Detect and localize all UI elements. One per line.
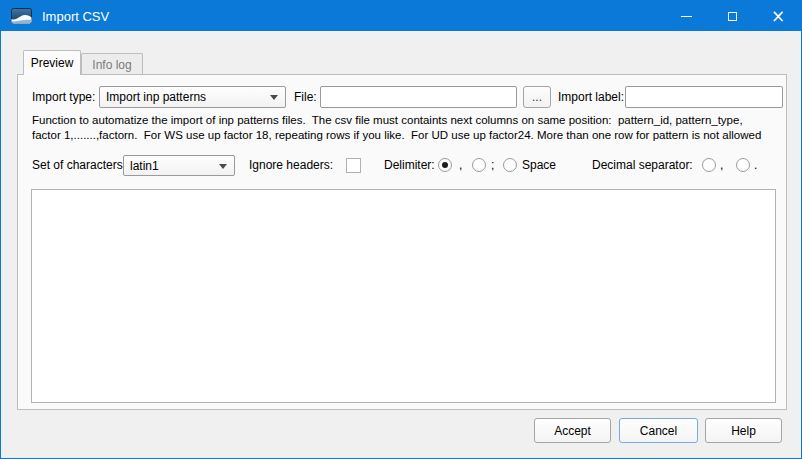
tab-preview-label: Preview: [31, 56, 74, 70]
preview-tab-pane: Import type: Import inp patterns File: .…: [17, 74, 787, 410]
import-label-label: Import label:: [558, 86, 624, 108]
charset-combobox[interactable]: latin1: [123, 155, 235, 176]
import-csv-dialog: Import CSV × Preview Info log Import typ…: [0, 0, 802, 459]
window-title: Import CSV: [42, 9, 109, 24]
ignore-headers-checkbox[interactable]: [346, 158, 361, 173]
minimize-button[interactable]: [663, 1, 709, 31]
file-input[interactable]: [320, 86, 517, 108]
charset-selected-value: latin1: [130, 159, 159, 173]
decimal-period-label: .: [754, 154, 757, 176]
app-logo-icon: [11, 8, 32, 24]
maximize-button[interactable]: [709, 1, 755, 31]
help-button[interactable]: Help: [705, 418, 782, 443]
delimiter-label: Delimiter:: [384, 154, 435, 176]
maximize-icon: [728, 12, 737, 21]
decimal-comma-radio[interactable]: [702, 158, 716, 172]
cancel-button[interactable]: Cancel: [619, 418, 698, 443]
delimiter-semicolon-label: ;: [491, 154, 494, 176]
decimal-separator-label: Decimal separator:: [592, 154, 693, 176]
delimiter-semicolon-radio[interactable]: [472, 158, 486, 172]
close-button[interactable]: ×: [755, 1, 801, 31]
import-type-selected-value: Import inp patterns: [106, 90, 206, 104]
tab-info-log-label: Info log: [92, 58, 131, 72]
delimiter-space-radio[interactable]: [503, 158, 517, 172]
close-icon: ×: [771, 8, 785, 25]
accept-button[interactable]: Accept: [534, 418, 611, 443]
delimiter-space-label: Space: [522, 154, 556, 176]
csv-preview-table[interactable]: [31, 189, 776, 403]
delimiter-comma-label: ,: [459, 154, 462, 176]
chevron-down-icon: [219, 164, 227, 169]
chevron-down-icon: [270, 95, 278, 100]
tab-info-log[interactable]: Info log: [81, 53, 143, 75]
delimiter-comma-radio[interactable]: [438, 158, 452, 172]
minimize-icon: [681, 16, 692, 17]
ignore-headers-label: Ignore headers:: [249, 154, 333, 176]
import-type-combobox[interactable]: Import inp patterns: [99, 86, 286, 108]
decimal-period-radio[interactable]: [736, 158, 750, 172]
import-type-label: Import type:: [32, 86, 95, 108]
file-label: File:: [294, 86, 317, 108]
import-label-input[interactable]: [625, 86, 783, 108]
browse-file-button[interactable]: ...: [523, 86, 551, 108]
tab-preview[interactable]: Preview: [23, 50, 81, 75]
window-controls: ×: [663, 1, 801, 31]
function-description-text: Function to automatize the import of inp…: [32, 113, 782, 143]
titlebar[interactable]: Import CSV ×: [1, 1, 801, 31]
set-of-characters-label: Set of characters:: [32, 154, 126, 176]
decimal-comma-label: ,: [720, 154, 723, 176]
